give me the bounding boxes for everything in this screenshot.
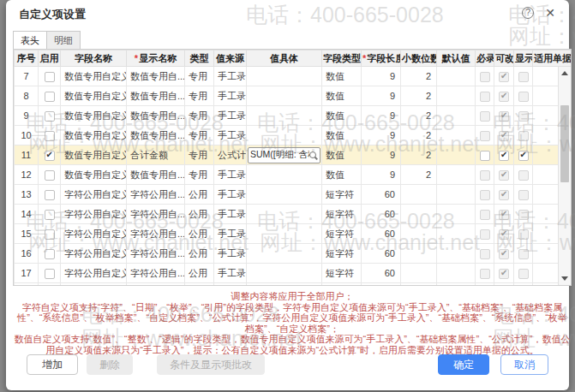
required-checkbox [480, 210, 490, 220]
tab-detail[interactable]: 明细 [46, 31, 81, 50]
table-row[interactable]: 15字符公用自定义...字符公用自...公用手工录入短字符60 [15, 224, 572, 244]
scroll-up-icon[interactable] [559, 67, 571, 80]
cell-modifiable [494, 264, 514, 283]
search-icon[interactable] [309, 151, 316, 158]
confirm-button[interactable]: 确定 [438, 354, 489, 375]
tab-header[interactable]: 表头 [13, 31, 47, 50]
scrollbar-thumb[interactable] [560, 105, 569, 182]
required-checkbox [480, 229, 490, 240]
cell-modifiable [494, 126, 514, 146]
cell-display-name: 字符公用自... [127, 205, 185, 224]
table-row[interactable]: 8数值专用自定义...数值专用自...专用手工录入数值92 [15, 86, 572, 106]
cell-value-detail [247, 205, 322, 224]
cell-type: 专用 [185, 86, 214, 106]
cell-display-name: 数值专用自... [127, 126, 185, 146]
cell-field-name: 数值专用自定义... [61, 146, 127, 165]
cell-value-source: 手工录入 [214, 67, 247, 86]
cell-field-type: 数值 [322, 165, 362, 185]
close-icon[interactable]: ✕ [545, 7, 555, 19]
cell-modifiable [494, 165, 514, 185]
dialog-controls: ? ✕ [522, 7, 555, 19]
table-row[interactable]: 14字符公用自定义...字符公用自...公用手工录入短字符60 [15, 205, 572, 224]
dialog-title: 自定义项设置 [19, 7, 86, 22]
cell-field-length: 60 [362, 205, 401, 224]
cell-type: 公用 [185, 205, 214, 224]
cell-modifiable [494, 106, 514, 126]
cell-value-source: 公式计算 [214, 146, 247, 165]
table-row[interactable]: 7数值专用自定义...数值专用自...专用手工录入数值92 [15, 67, 572, 86]
table-row[interactable]: 18字符公用自定义...字符公用自...公用手工录入短字符60 [15, 283, 572, 287]
note-line-2: 字符自定义项支持“字符”、“日期”、“枚举”、“引用”的字段类型，字符专用自定义… [13, 302, 572, 335]
cell-field-type: 数值 [322, 106, 362, 126]
help-icon[interactable]: ? [522, 7, 534, 19]
cell-required [476, 106, 494, 126]
cell-modifiable [494, 283, 514, 287]
enable-checkbox[interactable] [45, 131, 55, 141]
cell-visible [514, 106, 533, 126]
visible-checkbox [518, 92, 529, 102]
cell-value-source: 手工录入 [214, 283, 247, 287]
scroll-down-icon[interactable] [559, 272, 571, 285]
cell-default [437, 106, 476, 126]
cell-field-type: 短字符 [322, 264, 362, 283]
table-body: 7数值专用自定义...数值专用自...专用手工录入数值928数值专用自定义...… [15, 67, 572, 287]
enable-checkbox[interactable] [45, 72, 55, 82]
cell-decimals: 2 [401, 126, 437, 146]
cell-type: 专用 [185, 165, 214, 185]
table-row[interactable]: 12数值专用自定义...数值专用自...专用手工录入数值92 [15, 165, 572, 185]
modifiable-checkbox[interactable] [499, 151, 509, 161]
cell-seq: 15 [15, 224, 39, 244]
cell-value-source: 手工录入 [214, 86, 247, 106]
visible-checkbox[interactable] [518, 151, 529, 161]
formula-input[interactable]: SUM([明细: 含税金额 [248, 147, 320, 163]
table-row[interactable]: 10数值专用自定义...数值专用自...专用手工录入数值92 [15, 126, 572, 146]
enable-checkbox[interactable] [45, 92, 55, 102]
cancel-button[interactable]: 取消 [500, 354, 548, 375]
cell-required [476, 244, 494, 264]
cell-visible [514, 126, 533, 146]
cell-seq: 10 [15, 126, 39, 146]
vertical-scrollbar[interactable] [558, 67, 571, 285]
enable-checkbox[interactable] [45, 210, 55, 220]
cell-visible [514, 67, 533, 86]
cell-required [476, 165, 494, 185]
cell-value-source: 手工录入 [214, 165, 247, 185]
column-header: 适用单据 [533, 50, 572, 67]
custom-field-settings-dialog: 自定义项设置 ? ✕ 表头 明细 序号启用字段名称*显示名称类型值来源值具体字段… [6, 0, 569, 390]
enable-checkbox[interactable] [45, 190, 55, 200]
enable-checkbox[interactable] [45, 229, 55, 240]
cell-seq: 7 [15, 67, 39, 86]
table-row[interactable]: 13字符公用自定义...字符公用自...公用手工录入短字符60 [15, 185, 572, 205]
table-row[interactable]: 9数值专用自定义...数值专用自...专用手工录入数值92 [15, 106, 572, 126]
required-checkbox[interactable] [480, 151, 490, 161]
cell-display-name: 字符公用自... [127, 185, 185, 205]
cell-display-name: 字符公用自... [127, 264, 185, 283]
column-header: 小数位数 [401, 50, 437, 67]
enable-checkbox[interactable] [45, 151, 55, 161]
cell-default [437, 283, 476, 287]
required-checkbox [480, 190, 490, 200]
modifiable-checkbox [499, 72, 509, 82]
batch-edit-button[interactable]: 条件及显示项批改 [157, 354, 265, 375]
cell-type: 公用 [185, 185, 214, 205]
column-header: 启用 [39, 50, 61, 67]
enable-checkbox[interactable] [45, 269, 55, 279]
cell-required [476, 264, 494, 283]
delete-button[interactable]: 删除 [87, 354, 133, 375]
enable-checkbox[interactable] [45, 170, 55, 181]
enable-checkbox[interactable] [45, 249, 55, 259]
cell-value-detail [247, 185, 322, 205]
table-row[interactable]: 11数值专用自定义...合计金额专用公式计算SUM([明细: 含税金额数值92 [15, 146, 572, 165]
cell-default [437, 224, 476, 244]
cell-enable [39, 67, 61, 86]
enable-checkbox[interactable] [45, 111, 55, 122]
settings-table: 序号启用字段名称*显示名称类型值来源值具体字段类型*字段长度小数位数默认值必录可… [14, 50, 572, 286]
modifiable-checkbox [499, 210, 509, 220]
cell-required [476, 185, 494, 205]
cell-decimals [401, 224, 437, 244]
cell-field-name: 数值专用自定义... [61, 86, 127, 106]
table-row[interactable]: 17字符公用自定义...字符公用自...公用手工录入短字符60 [15, 264, 572, 283]
column-header: 字段名称 [61, 50, 127, 67]
add-button[interactable]: 增加 [27, 354, 78, 375]
table-row[interactable]: 16字符公用自定义...字符公用自...公用手工录入短字符60 [15, 244, 572, 264]
